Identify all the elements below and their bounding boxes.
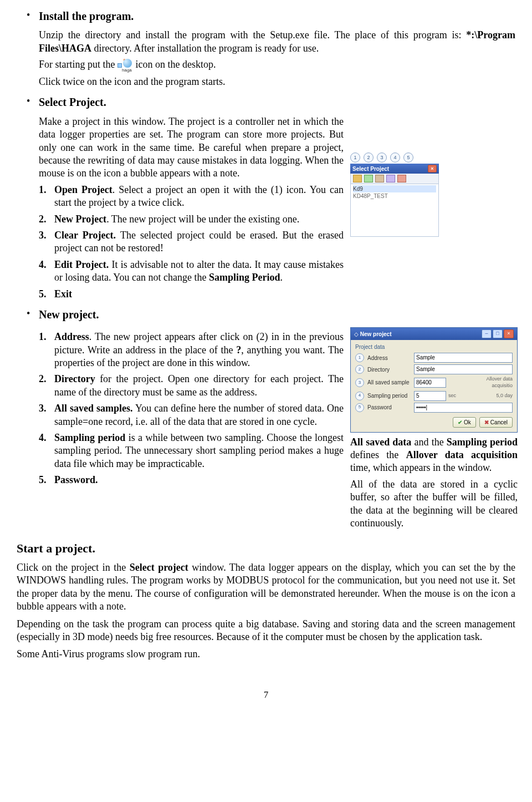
sp-item-5: 5. Exit [39, 288, 344, 301]
haga-desktop-icon: ✶haga [117, 59, 133, 72]
np-dialog-titlebar: ◇ New project – □ × [351, 328, 517, 340]
np-item-2: 2. Directory for the project. Open one d… [39, 373, 344, 399]
sp-list-item[interactable]: Kd9 [353, 185, 436, 192]
section-select-project: Select Project. [17, 95, 344, 109]
address-input[interactable]: Sample [414, 353, 513, 363]
allsaved-input[interactable]: 86400 [414, 378, 446, 388]
sp-num-2: 2 [364, 153, 374, 163]
np-dialog-title: New project [360, 331, 392, 337]
sp-panel-num-icons: 1 2 3 4 5 [350, 153, 439, 163]
allover-value: 5,0 day [479, 393, 513, 399]
start-p2: Depending on the task the program can pr… [17, 618, 515, 644]
select-project-heading: Select Project. [39, 96, 106, 108]
np-item-4: 4. Sampling period is a while between tw… [39, 432, 344, 470]
allover-label: Allover data acquisitio [479, 376, 513, 389]
new-project-heading: New project. [39, 308, 99, 321]
maximize-icon[interactable]: □ [493, 329, 503, 338]
sp-panel-list[interactable]: Kd9 KD48P_TEST [350, 184, 439, 237]
minimize-icon[interactable]: – [482, 329, 492, 338]
np-row-password: 5 Password •••••| [355, 403, 513, 413]
trash-icon[interactable] [375, 175, 384, 182]
edit-icon[interactable] [386, 175, 395, 182]
select-project-intro: Make a project in this window. The proje… [39, 115, 344, 180]
select-project-list: 1. Open Project. Select a project an ope… [17, 184, 344, 301]
sp-list-item[interactable]: KD48P_TEST [353, 192, 436, 200]
cancel-button[interactable]: ✖Cancel [479, 417, 513, 428]
sp-item-1: 1. Open Project. Select a project an ope… [39, 184, 344, 210]
sp-item-2: 2. New Project. The new project will be … [39, 213, 344, 226]
select-project-panel: 1 2 3 4 5 Select Project × Kd9 KD48P_TES… [350, 153, 439, 237]
ok-button[interactable]: ✔Ok [453, 417, 476, 428]
np-row-directory: 2 Directory Sample [355, 364, 513, 374]
np-group-label: Project data [355, 343, 513, 351]
install-p2: For starting put the ✶haga icon on the d… [39, 58, 515, 72]
sp-num-5: 5 [403, 153, 413, 163]
sp-panel-toolbar [350, 174, 439, 184]
page-number: 7 [17, 689, 515, 701]
new-project-dialog: ◇ New project – □ × Project data 1 Addre… [350, 327, 518, 432]
np-item-1: 1. Address. The new project appears afte… [39, 331, 344, 369]
np-item-3: 3. All saved samples. You can define her… [39, 402, 344, 428]
np-row-address: 1 Address Sample [355, 353, 513, 363]
np-row-allsaved: 3 All saved sample 86400 Allover data ac… [355, 376, 513, 389]
install-heading: Install the program. [39, 10, 134, 22]
start-project-heading: Start a project. [17, 541, 515, 557]
np-right-notes: All saved data and the Sampling period d… [350, 436, 518, 530]
sp-item-3: 3. Clear Project. The selected project c… [39, 229, 344, 255]
sp-panel-title: Select Project [352, 165, 389, 172]
section-new-project: New project. [17, 307, 515, 322]
section-install: Install the program. [17, 9, 515, 23]
new-project-list: 1. Address. The new project appears afte… [17, 331, 344, 486]
install-body: Unzip the directory and install the prog… [17, 29, 515, 88]
open-icon[interactable] [353, 175, 362, 182]
start-p1: Click on the project in the Select proje… [17, 561, 515, 613]
np-item-5: 5. Password. [39, 474, 344, 486]
sp-item-4: 4. Edit Project. It is advisable not to … [39, 258, 344, 285]
check-icon: ✔ [458, 419, 462, 426]
cancel-icon: ✖ [484, 419, 489, 426]
sp-num-1: 1 [350, 153, 360, 163]
password-input[interactable]: •••••| [414, 403, 513, 413]
sp-num-4: 4 [390, 153, 400, 163]
sampling-input[interactable]: 5 [414, 391, 446, 401]
directory-input[interactable]: Sample [414, 364, 513, 374]
start-p3: Some Anti-Virus programs slow program ru… [17, 648, 515, 661]
new-icon[interactable] [364, 175, 373, 182]
close-icon[interactable]: × [504, 329, 514, 338]
install-p1: Unzip the directory and install the prog… [39, 29, 515, 55]
install-p3: Click twice on the icon and the program … [39, 75, 515, 88]
sp-num-3: 3 [377, 153, 387, 163]
close-icon[interactable]: × [428, 165, 437, 172]
exit-icon[interactable] [397, 175, 406, 182]
np-row-sampling: 4 Sampling period 5 sec 5,0 day [355, 391, 513, 401]
sp-panel-titlebar: Select Project × [350, 164, 439, 174]
